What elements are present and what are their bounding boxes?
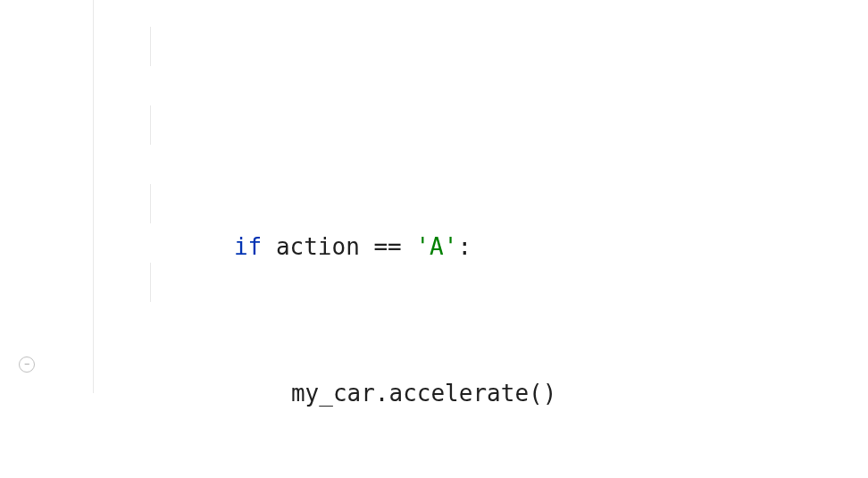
code-text: my_car.accelerate() [291,380,556,407]
code-area[interactable]: if action == 'A': my_car.accelerate() el… [41,0,868,478]
code-line[interactable]: my_car.accelerate() [41,334,868,373]
code-line[interactable]: if action == 'A': [41,188,868,227]
minus-icon: − [24,360,29,369]
colon: : [457,233,472,260]
fold-handle-icon[interactable]: − [19,356,35,373]
code-text: action == [262,233,415,260]
keyword: if [234,233,262,260]
string-literal: 'A' [415,233,457,260]
code-editor[interactable]: − if action == 'A': my_car.accelerate() … [0,0,868,478]
gutter: − [0,0,41,478]
